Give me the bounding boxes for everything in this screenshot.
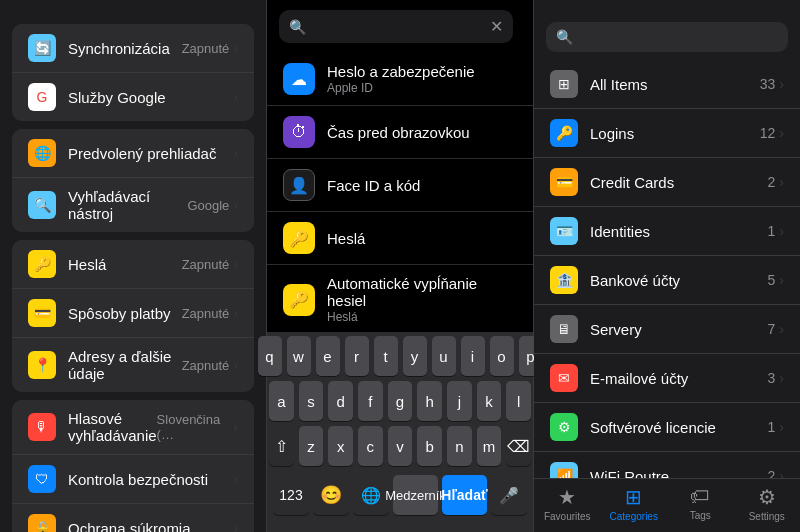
key-r[interactable]: r <box>345 336 369 376</box>
key-t[interactable]: t <box>374 336 398 376</box>
space-key[interactable]: Medzerník <box>393 475 438 515</box>
delete-key[interactable]: ⌫ <box>506 426 531 466</box>
settings-panel: 🔄SynchronizáciaZapnuté›GSlužby Google›🌐P… <box>0 0 267 532</box>
settings-item-privacy[interactable]: 🔒Ochrana súkromia› <box>12 504 254 532</box>
key-u[interactable]: u <box>432 336 456 376</box>
settings-item-icon-browser: 🌐 <box>28 139 56 167</box>
key-a[interactable]: a <box>269 381 294 421</box>
key-i[interactable]: i <box>461 336 485 376</box>
key-m[interactable]: m <box>477 426 502 466</box>
shift-key[interactable]: ⇧ <box>269 426 294 466</box>
globe-key[interactable]: 🌐 <box>353 475 389 515</box>
search-result-texts-r5: Automatické vypĺňanie hesielHeslá <box>327 275 517 324</box>
settings-item-label-google: Služby Google <box>68 89 233 106</box>
key-k[interactable]: k <box>477 381 502 421</box>
categories-search-bar[interactable]: 🔍 <box>546 22 788 52</box>
key-s[interactable]: s <box>299 381 324 421</box>
key-g[interactable]: g <box>388 381 413 421</box>
settings-item-value-voicesearch: Slovenčina (… <box>157 412 230 442</box>
cat-item-icon-bankaccounts: 🏦 <box>550 266 578 294</box>
search-result-r2[interactable]: ⏱Čas pred obrazovkou <box>267 106 533 159</box>
settings-item-label-sync: Synchronizácia <box>68 40 182 57</box>
tab-categories[interactable]: ⊞Categories <box>601 485 668 522</box>
search-result-title-r1: Heslo a zabezpečenie <box>327 63 517 80</box>
cat-item-icon-allitems: ⊞ <box>550 70 578 98</box>
settings-item-passwords[interactable]: 🔑HesláZapnuté› <box>12 240 254 289</box>
cat-item-identities[interactable]: 🪪Identities1› <box>534 207 800 256</box>
search-key[interactable]: Hľadať <box>442 475 487 515</box>
key-e[interactable]: e <box>316 336 340 376</box>
key-w[interactable]: w <box>287 336 311 376</box>
key-o[interactable]: o <box>490 336 514 376</box>
key-h[interactable]: h <box>417 381 442 421</box>
key-f[interactable]: f <box>358 381 383 421</box>
search-panel: 🔍 ✕ ☁Heslo a zabezpečenieApple ID⏱Čas pr… <box>267 0 534 532</box>
cat-item-icon-logins: 🔑 <box>550 119 578 147</box>
tab-label-tags: Tags <box>690 510 711 521</box>
cat-item-name-email: E-mailové účty <box>590 370 768 387</box>
settings-item-chevron-sync: › <box>233 40 238 56</box>
settings-item-sync[interactable]: 🔄SynchronizáciaZapnuté› <box>12 24 254 73</box>
key-j[interactable]: j <box>447 381 472 421</box>
key-c[interactable]: c <box>358 426 383 466</box>
key-y[interactable]: y <box>403 336 427 376</box>
tab-icon-favourites: ★ <box>558 485 576 509</box>
search-result-r1[interactable]: ☁Heslo a zabezpečenieApple ID <box>267 53 533 106</box>
keyboard-row-2: ⇧zxcvbnm⌫ <box>269 426 531 466</box>
cat-item-creditcards[interactable]: 💳Credit Cards2› <box>534 158 800 207</box>
search-results: ☁Heslo a zabezpečenieApple ID⏱Čas pred o… <box>267 53 533 332</box>
settings-item-chevron-google: › <box>233 89 238 105</box>
key-n[interactable]: n <box>447 426 472 466</box>
cat-item-chevron-software: › <box>779 419 784 435</box>
cat-item-allitems[interactable]: ⊞All Items33› <box>534 60 800 109</box>
settings-item-icon-privacy: 🔒 <box>28 514 56 532</box>
settings-item-browser[interactable]: 🌐Predvolený prehliadač› <box>12 129 254 178</box>
key-q[interactable]: q <box>258 336 282 376</box>
search-clear-icon[interactable]: ✕ <box>490 17 503 36</box>
settings-item-voicesearch[interactable]: 🎙Hlasové vyhľadávanieSlovenčina (…› <box>12 400 254 455</box>
search-result-r5[interactable]: 🔑Automatické vypĺňanie hesielHeslá <box>267 265 533 332</box>
search-result-r4[interactable]: 🔑Heslá <box>267 212 533 265</box>
cat-item-icon-software: ⚙ <box>550 413 578 441</box>
tab-bar: ★Favourites⊞Categories🏷Tags⚙Settings <box>534 478 800 532</box>
keyboard-bottom-row: 123😊🌐MedzerníkHľadať🎤 <box>269 471 531 523</box>
search-bar-row: 🔍 ✕ <box>267 0 533 53</box>
cat-item-count-wifi: 2 <box>768 468 776 478</box>
cat-item-software[interactable]: ⚙Softvérové licencie1› <box>534 403 800 452</box>
cat-item-email[interactable]: ✉E-mailové účty3› <box>534 354 800 403</box>
tab-tags[interactable]: 🏷Tags <box>667 485 734 522</box>
cat-item-count-bankaccounts: 5 <box>768 272 776 288</box>
settings-item-chevron-browser: › <box>233 145 238 161</box>
settings-item-value-addresses: Zapnuté <box>182 358 230 373</box>
search-result-title-r3: Face ID a kód <box>327 177 517 194</box>
key-v[interactable]: v <box>388 426 413 466</box>
tab-icon-categories: ⊞ <box>625 485 642 509</box>
search-result-r3[interactable]: 👤Face ID a kód <box>267 159 533 212</box>
key-b[interactable]: b <box>417 426 442 466</box>
settings-item-label-search: Vyhľadávací nástroj <box>68 188 187 222</box>
cat-item-wifi[interactable]: 📶WiFi Routre2› <box>534 452 800 478</box>
key-z[interactable]: z <box>299 426 324 466</box>
search-result-texts-r4: Heslá <box>327 230 517 247</box>
cat-item-bankaccounts[interactable]: 🏦Bankové účty5› <box>534 256 800 305</box>
key-l[interactable]: l <box>506 381 531 421</box>
cat-item-logins[interactable]: 🔑Logins12› <box>534 109 800 158</box>
key-x[interactable]: x <box>328 426 353 466</box>
settings-item-value-sync: Zapnuté <box>182 41 230 56</box>
number-key[interactable]: 123 <box>273 475 309 515</box>
search-input-bar[interactable]: 🔍 ✕ <box>279 10 513 43</box>
mic-key[interactable]: 🎤 <box>491 475 527 515</box>
cat-item-servers[interactable]: 🖥Servery7› <box>534 305 800 354</box>
emoji-key[interactable]: 😊 <box>313 475 349 515</box>
settings-item-security[interactable]: 🛡Kontrola bezpečnosti› <box>12 455 254 504</box>
settings-item-search[interactable]: 🔍Vyhľadávací nástrojGoogle› <box>12 178 254 232</box>
key-d[interactable]: d <box>328 381 353 421</box>
search-result-icon-r2: ⏱ <box>283 116 315 148</box>
settings-item-addresses[interactable]: 📍Adresy a ďalšie údajeZapnuté› <box>12 338 254 392</box>
tab-favourites[interactable]: ★Favourites <box>534 485 601 522</box>
settings-item-google[interactable]: GSlužby Google› <box>12 73 254 121</box>
settings-item-payments[interactable]: 💳Spôsoby platbyZapnuté› <box>12 289 254 338</box>
settings-section-2: 🔑HesláZapnuté›💳Spôsoby platbyZapnuté›📍Ad… <box>12 240 254 392</box>
tab-settings[interactable]: ⚙Settings <box>734 485 801 522</box>
settings-item-chevron-voicesearch: › <box>233 419 238 435</box>
